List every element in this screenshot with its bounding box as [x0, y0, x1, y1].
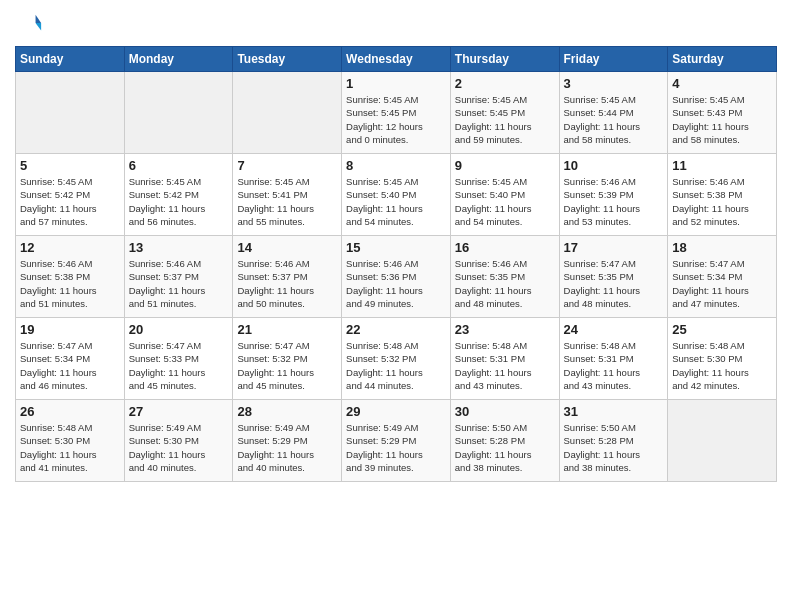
day-number: 1 [346, 76, 446, 91]
day-content: Sunrise: 5:45 AM Sunset: 5:44 PM Dayligh… [564, 93, 664, 146]
calendar-cell: 29Sunrise: 5:49 AM Sunset: 5:29 PM Dayli… [342, 400, 451, 482]
calendar-cell: 25Sunrise: 5:48 AM Sunset: 5:30 PM Dayli… [668, 318, 777, 400]
day-content: Sunrise: 5:45 AM Sunset: 5:41 PM Dayligh… [237, 175, 337, 228]
calendar-cell: 20Sunrise: 5:47 AM Sunset: 5:33 PM Dayli… [124, 318, 233, 400]
calendar-cell: 16Sunrise: 5:46 AM Sunset: 5:35 PM Dayli… [450, 236, 559, 318]
calendar-cell: 3Sunrise: 5:45 AM Sunset: 5:44 PM Daylig… [559, 72, 668, 154]
day-content: Sunrise: 5:46 AM Sunset: 5:38 PM Dayligh… [672, 175, 772, 228]
day-number: 7 [237, 158, 337, 173]
day-content: Sunrise: 5:46 AM Sunset: 5:39 PM Dayligh… [564, 175, 664, 228]
day-number: 22 [346, 322, 446, 337]
day-number: 23 [455, 322, 555, 337]
calendar-cell: 13Sunrise: 5:46 AM Sunset: 5:37 PM Dayli… [124, 236, 233, 318]
main-container: SundayMondayTuesdayWednesdayThursdayFrid… [0, 0, 792, 492]
day-content: Sunrise: 5:50 AM Sunset: 5:28 PM Dayligh… [455, 421, 555, 474]
calendar-cell: 6Sunrise: 5:45 AM Sunset: 5:42 PM Daylig… [124, 154, 233, 236]
day-number: 11 [672, 158, 772, 173]
day-content: Sunrise: 5:45 AM Sunset: 5:42 PM Dayligh… [20, 175, 120, 228]
day-number: 26 [20, 404, 120, 419]
day-content: Sunrise: 5:49 AM Sunset: 5:30 PM Dayligh… [129, 421, 229, 474]
calendar-cell: 17Sunrise: 5:47 AM Sunset: 5:35 PM Dayli… [559, 236, 668, 318]
day-number: 10 [564, 158, 664, 173]
day-header-tuesday: Tuesday [233, 47, 342, 72]
calendar-cell: 11Sunrise: 5:46 AM Sunset: 5:38 PM Dayli… [668, 154, 777, 236]
calendar-cell: 4Sunrise: 5:45 AM Sunset: 5:43 PM Daylig… [668, 72, 777, 154]
day-header-monday: Monday [124, 47, 233, 72]
calendar-cell [233, 72, 342, 154]
day-header-saturday: Saturday [668, 47, 777, 72]
day-content: Sunrise: 5:47 AM Sunset: 5:34 PM Dayligh… [20, 339, 120, 392]
day-number: 5 [20, 158, 120, 173]
day-content: Sunrise: 5:46 AM Sunset: 5:37 PM Dayligh… [237, 257, 337, 310]
calendar-cell: 1Sunrise: 5:45 AM Sunset: 5:45 PM Daylig… [342, 72, 451, 154]
calendar-cell: 19Sunrise: 5:47 AM Sunset: 5:34 PM Dayli… [16, 318, 125, 400]
day-content: Sunrise: 5:48 AM Sunset: 5:31 PM Dayligh… [455, 339, 555, 392]
day-number: 29 [346, 404, 446, 419]
calendar-header-row: SundayMondayTuesdayWednesdayThursdayFrid… [16, 47, 777, 72]
day-number: 8 [346, 158, 446, 173]
day-content: Sunrise: 5:45 AM Sunset: 5:45 PM Dayligh… [346, 93, 446, 146]
day-number: 14 [237, 240, 337, 255]
day-number: 19 [20, 322, 120, 337]
day-number: 15 [346, 240, 446, 255]
day-number: 21 [237, 322, 337, 337]
day-number: 25 [672, 322, 772, 337]
day-number: 18 [672, 240, 772, 255]
day-content: Sunrise: 5:46 AM Sunset: 5:38 PM Dayligh… [20, 257, 120, 310]
day-number: 3 [564, 76, 664, 91]
calendar-cell: 12Sunrise: 5:46 AM Sunset: 5:38 PM Dayli… [16, 236, 125, 318]
week-row-3: 12Sunrise: 5:46 AM Sunset: 5:38 PM Dayli… [16, 236, 777, 318]
day-number: 12 [20, 240, 120, 255]
calendar-cell: 22Sunrise: 5:48 AM Sunset: 5:32 PM Dayli… [342, 318, 451, 400]
day-content: Sunrise: 5:45 AM Sunset: 5:43 PM Dayligh… [672, 93, 772, 146]
day-content: Sunrise: 5:46 AM Sunset: 5:36 PM Dayligh… [346, 257, 446, 310]
day-number: 20 [129, 322, 229, 337]
day-number: 4 [672, 76, 772, 91]
calendar-cell [668, 400, 777, 482]
day-number: 9 [455, 158, 555, 173]
day-content: Sunrise: 5:45 AM Sunset: 5:42 PM Dayligh… [129, 175, 229, 228]
day-content: Sunrise: 5:48 AM Sunset: 5:32 PM Dayligh… [346, 339, 446, 392]
day-content: Sunrise: 5:47 AM Sunset: 5:34 PM Dayligh… [672, 257, 772, 310]
calendar-cell: 21Sunrise: 5:47 AM Sunset: 5:32 PM Dayli… [233, 318, 342, 400]
day-content: Sunrise: 5:48 AM Sunset: 5:31 PM Dayligh… [564, 339, 664, 392]
day-content: Sunrise: 5:49 AM Sunset: 5:29 PM Dayligh… [237, 421, 337, 474]
calendar-cell: 8Sunrise: 5:45 AM Sunset: 5:40 PM Daylig… [342, 154, 451, 236]
calendar-cell: 28Sunrise: 5:49 AM Sunset: 5:29 PM Dayli… [233, 400, 342, 482]
logo-icon [15, 10, 43, 38]
logo [15, 10, 47, 38]
day-content: Sunrise: 5:50 AM Sunset: 5:28 PM Dayligh… [564, 421, 664, 474]
day-number: 16 [455, 240, 555, 255]
calendar-cell: 30Sunrise: 5:50 AM Sunset: 5:28 PM Dayli… [450, 400, 559, 482]
calendar-cell: 15Sunrise: 5:46 AM Sunset: 5:36 PM Dayli… [342, 236, 451, 318]
day-number: 28 [237, 404, 337, 419]
svg-marker-1 [36, 23, 42, 30]
day-number: 6 [129, 158, 229, 173]
day-content: Sunrise: 5:45 AM Sunset: 5:40 PM Dayligh… [346, 175, 446, 228]
header [15, 10, 777, 38]
calendar-cell: 5Sunrise: 5:45 AM Sunset: 5:42 PM Daylig… [16, 154, 125, 236]
svg-marker-0 [36, 15, 42, 23]
calendar-cell: 26Sunrise: 5:48 AM Sunset: 5:30 PM Dayli… [16, 400, 125, 482]
day-content: Sunrise: 5:48 AM Sunset: 5:30 PM Dayligh… [672, 339, 772, 392]
calendar-cell: 2Sunrise: 5:45 AM Sunset: 5:45 PM Daylig… [450, 72, 559, 154]
calendar-cell: 7Sunrise: 5:45 AM Sunset: 5:41 PM Daylig… [233, 154, 342, 236]
calendar-cell: 27Sunrise: 5:49 AM Sunset: 5:30 PM Dayli… [124, 400, 233, 482]
day-number: 30 [455, 404, 555, 419]
day-header-thursday: Thursday [450, 47, 559, 72]
day-number: 17 [564, 240, 664, 255]
week-row-2: 5Sunrise: 5:45 AM Sunset: 5:42 PM Daylig… [16, 154, 777, 236]
week-row-5: 26Sunrise: 5:48 AM Sunset: 5:30 PM Dayli… [16, 400, 777, 482]
day-header-wednesday: Wednesday [342, 47, 451, 72]
day-content: Sunrise: 5:45 AM Sunset: 5:40 PM Dayligh… [455, 175, 555, 228]
calendar-cell: 24Sunrise: 5:48 AM Sunset: 5:31 PM Dayli… [559, 318, 668, 400]
day-content: Sunrise: 5:49 AM Sunset: 5:29 PM Dayligh… [346, 421, 446, 474]
week-row-1: 1Sunrise: 5:45 AM Sunset: 5:45 PM Daylig… [16, 72, 777, 154]
calendar-cell: 9Sunrise: 5:45 AM Sunset: 5:40 PM Daylig… [450, 154, 559, 236]
calendar-cell [124, 72, 233, 154]
calendar-cell: 14Sunrise: 5:46 AM Sunset: 5:37 PM Dayli… [233, 236, 342, 318]
day-content: Sunrise: 5:46 AM Sunset: 5:37 PM Dayligh… [129, 257, 229, 310]
week-row-4: 19Sunrise: 5:47 AM Sunset: 5:34 PM Dayli… [16, 318, 777, 400]
day-number: 13 [129, 240, 229, 255]
day-content: Sunrise: 5:45 AM Sunset: 5:45 PM Dayligh… [455, 93, 555, 146]
